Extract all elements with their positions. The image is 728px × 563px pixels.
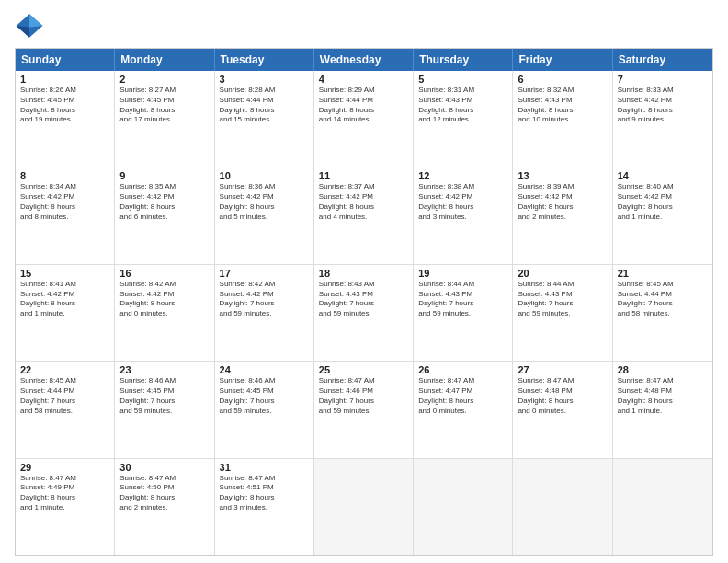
svg-marker-2 xyxy=(17,26,29,38)
day-cell-28: 28Sunrise: 8:47 AM Sunset: 4:48 PM Dayli… xyxy=(613,362,712,457)
day-info: Sunrise: 8:47 AM Sunset: 4:46 PM Dayligh… xyxy=(319,376,408,416)
day-number: 23 xyxy=(119,364,209,375)
day-cell-2: 2Sunrise: 8:27 AM Sunset: 4:45 PM Daylig… xyxy=(115,71,214,167)
day-info: Sunrise: 8:47 AM Sunset: 4:49 PM Dayligh… xyxy=(20,474,109,513)
day-cell-14: 14Sunrise: 8:40 AM Sunset: 4:42 PM Dayli… xyxy=(613,167,712,263)
day-number: 27 xyxy=(518,364,607,375)
day-info: Sunrise: 8:46 AM Sunset: 4:45 PM Dayligh… xyxy=(220,376,309,416)
day-number: 29 xyxy=(20,462,109,473)
day-number: 5 xyxy=(418,74,507,85)
day-info: Sunrise: 8:46 AM Sunset: 4:45 PM Dayligh… xyxy=(119,376,209,416)
day-info: Sunrise: 8:33 AM Sunset: 4:42 PM Dayligh… xyxy=(618,86,708,125)
day-cell-6: 6Sunrise: 8:32 AM Sunset: 4:43 PM Daylig… xyxy=(513,71,612,167)
day-info: Sunrise: 8:38 AM Sunset: 4:42 PM Dayligh… xyxy=(418,182,507,222)
day-number: 24 xyxy=(220,364,309,375)
header-day-monday: Monday xyxy=(115,49,214,71)
day-number: 17 xyxy=(220,268,309,279)
week-row-3: 15Sunrise: 8:41 AM Sunset: 4:42 PM Dayli… xyxy=(16,265,712,362)
day-cell-25: 25Sunrise: 8:47 AM Sunset: 4:46 PM Dayli… xyxy=(314,362,414,457)
day-cell-1: 1Sunrise: 8:26 AM Sunset: 4:45 PM Daylig… xyxy=(16,71,115,167)
header-day-tuesday: Tuesday xyxy=(215,49,314,71)
day-info: Sunrise: 8:35 AM Sunset: 4:42 PM Dayligh… xyxy=(119,182,209,222)
day-cell-17: 17Sunrise: 8:42 AM Sunset: 4:42 PM Dayli… xyxy=(215,265,314,361)
day-number: 3 xyxy=(220,74,309,85)
day-info: Sunrise: 8:47 AM Sunset: 4:48 PM Dayligh… xyxy=(518,376,607,416)
day-info: Sunrise: 8:44 AM Sunset: 4:43 PM Dayligh… xyxy=(518,280,607,319)
day-number: 12 xyxy=(418,170,507,181)
day-number: 10 xyxy=(220,170,309,181)
day-cell-4: 4Sunrise: 8:29 AM Sunset: 4:44 PM Daylig… xyxy=(314,71,414,167)
logo xyxy=(15,11,48,40)
day-cell-24: 24Sunrise: 8:46 AM Sunset: 4:45 PM Dayli… xyxy=(215,362,314,457)
day-cell-18: 18Sunrise: 8:43 AM Sunset: 4:43 PM Dayli… xyxy=(314,265,414,361)
day-cell-13: 13Sunrise: 8:39 AM Sunset: 4:42 PM Dayli… xyxy=(513,167,612,263)
day-info: Sunrise: 8:26 AM Sunset: 4:45 PM Dayligh… xyxy=(20,86,109,125)
header-day-thursday: Thursday xyxy=(414,49,513,71)
header-day-sunday: Sunday xyxy=(16,49,115,71)
day-cell-22: 22Sunrise: 8:45 AM Sunset: 4:44 PM Dayli… xyxy=(16,362,115,457)
day-cell-5: 5Sunrise: 8:31 AM Sunset: 4:43 PM Daylig… xyxy=(414,71,513,167)
day-info: Sunrise: 8:34 AM Sunset: 4:42 PM Dayligh… xyxy=(20,182,109,222)
day-info: Sunrise: 8:40 AM Sunset: 4:42 PM Dayligh… xyxy=(618,182,708,222)
day-number: 6 xyxy=(518,74,607,85)
day-number: 14 xyxy=(618,170,708,181)
calendar-header: SundayMondayTuesdayWednesdayThursdayFrid… xyxy=(16,49,712,71)
day-info: Sunrise: 8:47 AM Sunset: 4:51 PM Dayligh… xyxy=(220,474,309,513)
day-number: 28 xyxy=(618,364,708,375)
empty-cell xyxy=(613,459,712,555)
day-cell-23: 23Sunrise: 8:46 AM Sunset: 4:45 PM Dayli… xyxy=(115,362,214,457)
day-cell-27: 27Sunrise: 8:47 AM Sunset: 4:48 PM Dayli… xyxy=(513,362,612,457)
day-info: Sunrise: 8:27 AM Sunset: 4:45 PM Dayligh… xyxy=(119,86,209,125)
day-number: 2 xyxy=(119,74,209,85)
header xyxy=(15,11,713,40)
svg-marker-1 xyxy=(29,14,42,27)
day-info: Sunrise: 8:39 AM Sunset: 4:42 PM Dayligh… xyxy=(518,182,607,222)
day-info: Sunrise: 8:47 AM Sunset: 4:50 PM Dayligh… xyxy=(119,474,209,513)
day-number: 11 xyxy=(319,170,408,181)
day-number: 31 xyxy=(220,462,309,473)
day-number: 4 xyxy=(319,74,408,85)
day-info: Sunrise: 8:44 AM Sunset: 4:43 PM Dayligh… xyxy=(418,280,507,319)
day-info: Sunrise: 8:29 AM Sunset: 4:44 PM Dayligh… xyxy=(319,86,408,125)
day-cell-8: 8Sunrise: 8:34 AM Sunset: 4:42 PM Daylig… xyxy=(16,167,115,263)
day-info: Sunrise: 8:28 AM Sunset: 4:44 PM Dayligh… xyxy=(220,86,309,125)
day-info: Sunrise: 8:31 AM Sunset: 4:43 PM Dayligh… xyxy=(418,86,507,125)
day-number: 19 xyxy=(418,268,507,279)
day-info: Sunrise: 8:36 AM Sunset: 4:42 PM Dayligh… xyxy=(220,182,309,222)
week-row-2: 8Sunrise: 8:34 AM Sunset: 4:42 PM Daylig… xyxy=(16,167,712,264)
header-day-friday: Friday xyxy=(513,49,612,71)
day-number: 21 xyxy=(618,268,708,279)
day-cell-11: 11Sunrise: 8:37 AM Sunset: 4:42 PM Dayli… xyxy=(314,167,414,263)
week-row-5: 29Sunrise: 8:47 AM Sunset: 4:49 PM Dayli… xyxy=(16,459,712,555)
day-cell-20: 20Sunrise: 8:44 AM Sunset: 4:43 PM Dayli… xyxy=(513,265,612,361)
day-cell-21: 21Sunrise: 8:45 AM Sunset: 4:44 PM Dayli… xyxy=(613,265,712,361)
day-number: 26 xyxy=(418,364,507,375)
day-info: Sunrise: 8:42 AM Sunset: 4:42 PM Dayligh… xyxy=(220,280,309,319)
day-info: Sunrise: 8:45 AM Sunset: 4:44 PM Dayligh… xyxy=(618,280,708,319)
day-info: Sunrise: 8:45 AM Sunset: 4:44 PM Dayligh… xyxy=(20,376,109,416)
day-cell-10: 10Sunrise: 8:36 AM Sunset: 4:42 PM Dayli… xyxy=(215,167,314,263)
week-row-4: 22Sunrise: 8:45 AM Sunset: 4:44 PM Dayli… xyxy=(16,362,712,458)
day-number: 30 xyxy=(119,462,209,473)
day-info: Sunrise: 8:41 AM Sunset: 4:42 PM Dayligh… xyxy=(20,280,109,319)
day-number: 15 xyxy=(20,268,109,279)
day-cell-3: 3Sunrise: 8:28 AM Sunset: 4:44 PM Daylig… xyxy=(215,71,314,167)
day-cell-31: 31Sunrise: 8:47 AM Sunset: 4:51 PM Dayli… xyxy=(215,459,314,555)
page: SundayMondayTuesdayWednesdayThursdayFrid… xyxy=(0,0,728,563)
day-info: Sunrise: 8:32 AM Sunset: 4:43 PM Dayligh… xyxy=(518,86,607,125)
week-row-1: 1Sunrise: 8:26 AM Sunset: 4:45 PM Daylig… xyxy=(16,71,712,167)
day-number: 13 xyxy=(518,170,607,181)
header-day-wednesday: Wednesday xyxy=(314,49,414,71)
day-number: 8 xyxy=(20,170,109,181)
empty-cell xyxy=(513,459,612,555)
empty-cell xyxy=(314,459,414,555)
day-cell-7: 7Sunrise: 8:33 AM Sunset: 4:42 PM Daylig… xyxy=(613,71,712,167)
day-cell-30: 30Sunrise: 8:47 AM Sunset: 4:50 PM Dayli… xyxy=(115,459,214,555)
day-number: 22 xyxy=(20,364,109,375)
day-number: 7 xyxy=(618,74,708,85)
day-cell-26: 26Sunrise: 8:47 AM Sunset: 4:47 PM Dayli… xyxy=(414,362,513,457)
calendar: SundayMondayTuesdayWednesdayThursdayFrid… xyxy=(15,48,713,556)
logo-icon xyxy=(15,11,44,40)
day-cell-29: 29Sunrise: 8:47 AM Sunset: 4:49 PM Dayli… xyxy=(16,459,115,555)
day-number: 16 xyxy=(119,268,209,279)
